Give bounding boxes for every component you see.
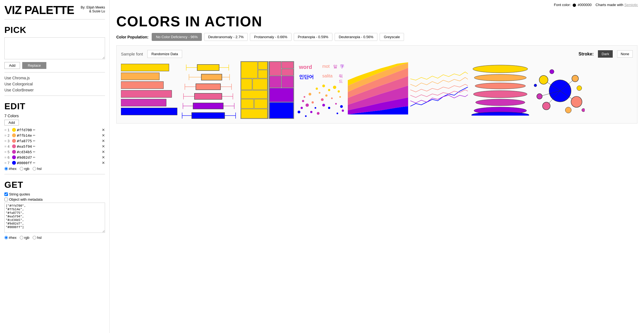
svg-point-54 [321, 98, 324, 101]
svg-rect-44 [270, 76, 281, 88]
delete-icon[interactable]: ✕ [102, 150, 105, 154]
svg-rect-37 [241, 99, 254, 108]
color-num: 7 [8, 161, 11, 165]
drag-handle[interactable]: ≡ [4, 144, 7, 149]
svg-point-63 [315, 107, 316, 109]
object-metadata-label: Object with metadata [9, 197, 43, 202]
color-row: ≡ 3 #fa8775 ✏ ✕ [4, 139, 105, 143]
pick-textarea[interactable] [4, 37, 105, 59]
edit-add-button[interactable]: Add [4, 120, 19, 125]
rgb-radio[interactable] [20, 167, 23, 170]
svg-point-68 [342, 110, 344, 112]
color-pop-bar: Color Population: No Color Deficiency - … [116, 33, 637, 41]
hsl-radio-label[interactable]: hsl [33, 167, 42, 171]
color-row: ≡ 2 #ffb14e ✏ ✕ [4, 133, 105, 138]
svg-rect-36 [241, 90, 267, 99]
svg-point-59 [312, 101, 314, 103]
drag-handle[interactable]: ≡ [4, 150, 7, 154]
object-metadata-checkbox[interactable] [4, 198, 8, 201]
edit-pencil-icon[interactable]: ✏ [33, 161, 35, 165]
drag-handle[interactable]: ≡ [4, 155, 7, 159]
app-subtitle: By: Elijah Meeks & Susie Lu [81, 5, 105, 13]
tab-deuteranopia[interactable]: Deuteranopia - 0.56% [335, 33, 377, 41]
delete-icon[interactable]: ✕ [102, 133, 105, 138]
replace-button[interactable]: Replace [22, 62, 46, 69]
tab-protanomaly[interactable]: Protanomaly - 0.66% [250, 33, 291, 41]
hsl-radio[interactable] [33, 167, 36, 170]
get-rgb-radio[interactable] [20, 236, 23, 239]
svg-point-70 [317, 112, 320, 115]
hex-radio-label[interactable]: #hex [4, 167, 16, 171]
get-hsl-radio[interactable] [33, 236, 36, 239]
use-chromajs-link[interactable]: Use Chroma.js [4, 76, 105, 80]
svg-rect-32 [258, 62, 267, 69]
edit-pencil-icon[interactable]: ✏ [33, 139, 35, 143]
violin-svg [470, 63, 530, 116]
drag-handle[interactable]: ≡ [4, 139, 7, 143]
page-title: COLORS IN ACTION [116, 13, 637, 30]
get-rgb-radio-label[interactable]: rgb [20, 236, 29, 240]
get-hex-radio-label[interactable]: #hex [4, 236, 16, 240]
color-dot [12, 139, 16, 143]
edit-pencil-icon[interactable]: ✏ [33, 128, 35, 132]
delete-icon[interactable]: ✕ [102, 139, 105, 143]
color-row: ≡ 4 #ea5f94 ✏ ✕ [4, 144, 105, 149]
svg-rect-45 [282, 76, 293, 88]
string-quotes-checkbox[interactable] [4, 192, 8, 196]
stroke-dark-button[interactable]: Dark [598, 50, 612, 58]
delete-icon[interactable]: ✕ [102, 155, 105, 159]
svg-point-89 [539, 75, 548, 84]
bar-chart-svg [121, 61, 179, 119]
edit-pencil-icon[interactable]: ✏ [33, 134, 35, 137]
delete-icon[interactable]: ✕ [102, 128, 105, 132]
get-output[interactable] [4, 203, 105, 233]
edit-pencil-icon[interactable]: ✏ [33, 150, 35, 154]
svg-point-77 [474, 74, 526, 81]
tab-deuteranomaly[interactable]: Deuteranomaly - 2.7% [204, 33, 248, 41]
drag-handle[interactable]: ≡ [4, 161, 7, 165]
svg-point-56 [339, 96, 341, 98]
stroke-none-button[interactable]: None [617, 50, 633, 58]
tab-protanopia[interactable]: Protanopia - 0.59% [294, 33, 332, 41]
get-hsl-radio-label[interactable]: hsl [33, 236, 42, 240]
add-button[interactable]: Add [4, 62, 20, 69]
color-dot [12, 128, 16, 132]
drag-handle[interactable]: ≡ [4, 133, 7, 138]
tab-greyscale[interactable]: Greyscale [380, 33, 404, 41]
color-dot [12, 150, 16, 154]
svg-point-94 [550, 69, 554, 74]
delete-icon[interactable]: ✕ [102, 161, 105, 165]
semiotic-link[interactable]: Semiotic [624, 3, 638, 7]
randomize-button[interactable]: Randomize Data [147, 50, 182, 58]
drag-handle[interactable]: ≡ [4, 128, 7, 132]
scatter-dots [296, 80, 346, 119]
edit-pencil-icon[interactable]: ✏ [33, 156, 35, 159]
edit-title: EDIT [4, 101, 105, 111]
color-num: 2 [8, 133, 11, 138]
bubble-svg [533, 63, 585, 116]
svg-rect-0 [121, 64, 169, 71]
svg-point-67 [340, 105, 343, 108]
svg-point-52 [325, 94, 327, 97]
font-color-bar: Font color: #000000 Charts made with Sem… [552, 2, 640, 7]
svg-point-48 [322, 85, 325, 87]
get-format-group: #hex rgb hsl [4, 236, 105, 240]
rgb-radio-label[interactable]: rgb [20, 167, 29, 171]
get-hex-radio[interactable] [4, 236, 8, 239]
delete-icon[interactable]: ✕ [102, 144, 105, 149]
svg-point-90 [572, 75, 578, 82]
tab-no-deficiency[interactable]: No Color Deficiency - 96% [152, 33, 202, 41]
svg-point-64 [322, 104, 325, 107]
use-colorbrewer-link[interactable]: Use ColorBrewer [4, 88, 105, 92]
pick-title: PICK [4, 25, 105, 35]
hex-radio[interactable] [4, 167, 8, 170]
svg-point-79 [473, 91, 527, 98]
color-row: ≡ 5 #cd34b5 ✏ ✕ [4, 150, 105, 154]
edit-pencil-icon[interactable]: ✏ [33, 145, 35, 148]
violin-area [470, 63, 530, 119]
svg-rect-4 [121, 99, 166, 106]
svg-point-73 [298, 111, 300, 113]
word4: 字 [340, 64, 344, 69]
svg-point-69 [337, 113, 338, 114]
use-colorgorical-link[interactable]: Use Colorgorical [4, 82, 105, 86]
